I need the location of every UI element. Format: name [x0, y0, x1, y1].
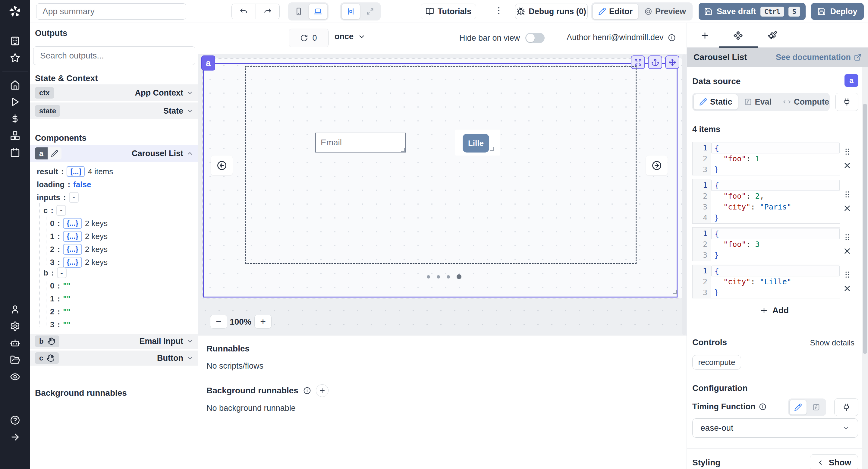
- button-component[interactable]: Lille: [463, 134, 489, 153]
- zoom-in-button[interactable]: +: [254, 315, 272, 329]
- see-documentation-link[interactable]: See documentation: [776, 53, 862, 62]
- carousel-prev-button[interactable]: [211, 156, 233, 176]
- redo-button[interactable]: [255, 4, 280, 19]
- carousel-next-button[interactable]: [646, 156, 668, 176]
- drag-handle-icon[interactable]: [843, 147, 852, 156]
- timing-connect-button[interactable]: [834, 399, 858, 416]
- carousel-dot-active[interactable]: [457, 274, 461, 279]
- rail-folder-icon[interactable]: [0, 351, 30, 368]
- email-input-component-row[interactable]: b Email Input: [30, 334, 198, 349]
- center-layout-button[interactable]: [341, 4, 360, 19]
- save-draft-button[interactable]: Save draft Ctrl S: [699, 3, 806, 20]
- button-resize-handle[interactable]: [490, 147, 494, 151]
- timing-eval-tab[interactable]: [807, 400, 825, 415]
- state-label: State: [163, 106, 183, 116]
- refresh-count-button[interactable]: 0: [289, 29, 329, 47]
- function-icon: [812, 403, 820, 411]
- undo-button[interactable]: [231, 4, 255, 19]
- carousel-dot[interactable]: [427, 275, 430, 279]
- rail-building-icon[interactable]: [0, 33, 30, 50]
- hide-bar-toggle[interactable]: [525, 33, 545, 43]
- tree-expand-chip[interactable]: {...}: [63, 231, 82, 242]
- tree-expand-chip[interactable]: -: [69, 192, 79, 203]
- rail-gear-icon[interactable]: [0, 318, 30, 335]
- drag-handle-icon[interactable]: [843, 270, 852, 279]
- json-editor[interactable]: 123{ "foo": 1}: [692, 142, 840, 176]
- timing-function-select[interactable]: ease-out: [692, 418, 858, 438]
- app-summary-input[interactable]: App summary: [36, 3, 186, 20]
- move-component-button[interactable]: [665, 56, 679, 69]
- timing-static-tab[interactable]: [789, 400, 807, 415]
- email-input-component[interactable]: Email: [315, 133, 406, 153]
- connect-input-button[interactable]: [835, 93, 858, 111]
- tree-expand-chip[interactable]: {...}: [63, 244, 82, 255]
- anchor-component-button[interactable]: [648, 56, 662, 69]
- rail-bot-icon[interactable]: [0, 335, 30, 351]
- settings-tabs: [687, 23, 868, 48]
- ctx-row[interactable]: ctx App Context: [30, 84, 198, 102]
- tutorials-button[interactable]: Tutorials: [421, 4, 476, 19]
- preview-tab[interactable]: Preview: [639, 4, 691, 19]
- drag-handle-icon[interactable]: [843, 190, 852, 199]
- panel-scrollbar-thumb[interactable]: [863, 104, 867, 354]
- rail-boxes-icon[interactable]: [0, 127, 30, 144]
- rail-user-icon[interactable]: [0, 301, 30, 318]
- rail-star-icon[interactable]: [0, 50, 30, 66]
- windmill-logo[interactable]: [0, 0, 30, 23]
- insert-tab[interactable]: [696, 27, 713, 44]
- tree-key: 2: [50, 245, 54, 254]
- more-menu-button[interactable]: [494, 5, 504, 17]
- eval-mode-tab[interactable]: Eval: [739, 94, 777, 110]
- fullwidth-layout-button[interactable]: [361, 4, 379, 19]
- rail-eye-icon[interactable]: [0, 368, 30, 385]
- canvas-scrollbar[interactable]: [682, 54, 686, 335]
- delete-item-icon[interactable]: [843, 247, 852, 256]
- rail-help-circle-icon[interactable]: [0, 412, 30, 429]
- compute-mode-tab[interactable]: Compute: [778, 94, 835, 110]
- tree-expand-chip[interactable]: {...}: [63, 257, 82, 268]
- state-row[interactable]: state State: [30, 102, 198, 120]
- editor-tab[interactable]: Editor: [592, 4, 638, 19]
- app-canvas[interactable]: a Email Lille − 100% +: [198, 54, 687, 335]
- carousel-dot[interactable]: [447, 275, 450, 279]
- deploy-button[interactable]: Deploy: [811, 3, 864, 20]
- tree-expand-chip[interactable]: -: [57, 268, 67, 278]
- json-editor[interactable]: 123{ "foo": 3}: [692, 227, 840, 261]
- json-editor[interactable]: 123{ "city": "Lille"}: [692, 264, 840, 299]
- button-component-row[interactable]: c Button: [30, 350, 198, 366]
- desktop-view-button[interactable]: [309, 4, 327, 19]
- settings-tab[interactable]: [730, 27, 747, 44]
- rail-arrow-right-icon[interactable]: [0, 429, 30, 445]
- carousel-dot[interactable]: [437, 275, 440, 279]
- static-mode-tab[interactable]: Static: [693, 94, 738, 110]
- carousel-item-dropzone[interactable]: [245, 66, 637, 264]
- styling-show-button[interactable]: Show: [810, 454, 858, 469]
- rail-dollar-icon[interactable]: [0, 110, 30, 127]
- tree-expand-chip[interactable]: [...]: [67, 166, 85, 177]
- delete-item-icon[interactable]: [843, 161, 852, 170]
- show-details-link[interactable]: Show details: [789, 338, 855, 347]
- delete-item-icon[interactable]: [843, 284, 852, 293]
- debug-runs-button[interactable]: Debug runs (0): [515, 4, 588, 19]
- json-editor[interactable]: 1234{ "foo": 2, "city": "Paris"}: [692, 179, 840, 224]
- add-item-button[interactable]: Add: [687, 306, 862, 315]
- recompute-button[interactable]: recompute: [692, 355, 741, 370]
- drag-handle-icon[interactable]: [843, 233, 852, 242]
- tree-expand-chip[interactable]: {...}: [63, 218, 82, 229]
- schedule-dropdown[interactable]: once: [335, 32, 366, 41]
- rail-play-icon[interactable]: [0, 93, 30, 110]
- delete-item-icon[interactable]: [843, 204, 852, 213]
- carousel-component-row[interactable]: a Carousel List: [30, 145, 198, 162]
- css-tab[interactable]: [764, 27, 781, 44]
- rail-home-icon[interactable]: [0, 76, 30, 93]
- tree-expand-chip[interactable]: -: [56, 205, 66, 216]
- mobile-view-button[interactable]: [289, 4, 308, 19]
- rail-calendar-icon[interactable]: [0, 144, 30, 161]
- email-resize-handle[interactable]: [401, 148, 405, 152]
- rename-button[interactable]: [48, 147, 61, 159]
- container-resize-handle[interactable]: [673, 290, 677, 294]
- zoom-out-button[interactable]: −: [210, 315, 227, 329]
- hand-pointer-icon: [47, 354, 55, 362]
- add-background-runnable-button[interactable]: [316, 384, 329, 397]
- search-outputs-input[interactable]: Search outputs...: [33, 46, 195, 65]
